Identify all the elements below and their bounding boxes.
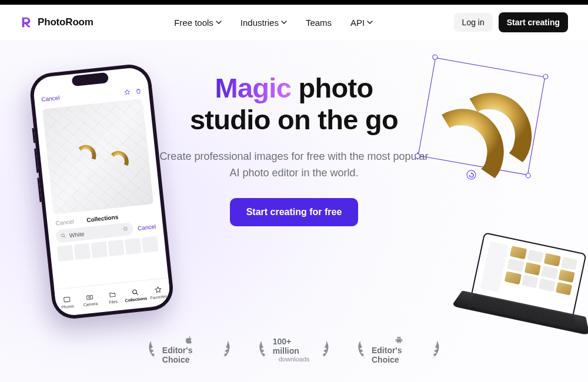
svg-point-0 (61, 234, 64, 237)
badge-downloads: 100+ million downloads (258, 337, 330, 363)
laptop-sidebar (480, 241, 509, 292)
apple-icon (185, 336, 193, 344)
phone-search-cancel: Cancel (137, 223, 156, 231)
laurel-left-icon (258, 339, 269, 361)
chevron-down-icon (367, 19, 373, 25)
brand-name: PhotoRoom (38, 16, 93, 28)
phone-nav-files: Files (100, 283, 125, 311)
badge-android-editors-choice: Editor's Choice (356, 336, 441, 364)
phone-tab-cancel: Cancel (55, 218, 74, 226)
phone-nav-collections: Collections (123, 280, 148, 309)
phone-search-value: White (69, 230, 85, 239)
phone-tab-collections: Collections (86, 213, 119, 223)
badge-label: Editor's Choice (162, 346, 216, 364)
chevron-down-icon (281, 19, 287, 25)
phone-cancel-link: Cancel (41, 94, 60, 102)
nav-teams[interactable]: Teams (306, 18, 332, 28)
subhead-line-b: AI photo editor in the world. (229, 167, 358, 179)
login-button[interactable]: Log in (454, 13, 493, 32)
brand[interactable]: PhotoRoom (20, 16, 93, 29)
hero-cta-button[interactable]: Start creating for free (230, 198, 359, 226)
signup-button[interactable]: Start creating (499, 12, 568, 32)
headline-rest-b: studio on the go (190, 104, 398, 135)
laurel-left-icon (147, 339, 159, 361)
svg-point-4 (89, 296, 91, 299)
selection-handles (418, 58, 546, 175)
nav-api[interactable]: API (350, 18, 373, 28)
phone-nav-camera: Camera (77, 285, 102, 314)
badge-top-text: 100+ million (273, 337, 316, 356)
android-icon (395, 336, 403, 344)
nav-free-tools[interactable]: Free tools (174, 18, 222, 28)
badge-bottom-text: downloads (279, 356, 310, 363)
earring-right-icon (103, 146, 133, 176)
laurel-right-icon (220, 339, 232, 361)
earring-large-right-icon (399, 90, 527, 207)
laurel-right-icon (319, 339, 330, 361)
earring-left-icon (71, 140, 101, 170)
logo-icon (20, 16, 33, 29)
badges-row: Editor's Choice 100+ million downloads E… (147, 336, 441, 364)
laurel-left-icon (356, 339, 368, 361)
clear-icon (122, 226, 129, 233)
chevron-down-icon (216, 19, 222, 25)
top-dark-band (0, 0, 588, 5)
primary-nav: Free tools Industries Teams API (174, 18, 373, 28)
subhead-line-a: Create professional images for free with… (159, 150, 428, 162)
nav-item-label: API (350, 18, 365, 28)
phone-bottom-nav: Photos Camera Files Collections Favorite… (54, 277, 171, 316)
site-header: PhotoRoom Free tools Industries Teams AP… (0, 5, 588, 40)
phone-canvas-image (42, 99, 153, 215)
phone-mockup: Cancel (28, 62, 175, 320)
nav-item-label: Free tools (174, 18, 213, 28)
hero-section: Magic photo studio on the go Create prof… (0, 40, 588, 382)
nav-item-label: Teams (306, 18, 332, 28)
search-icon (60, 233, 66, 239)
svg-rect-2 (64, 297, 69, 302)
star-icon (123, 87, 131, 94)
svg-rect-3 (86, 295, 92, 299)
laptop-thumbnails (505, 246, 577, 295)
laptop-mockup (456, 230, 588, 346)
svg-point-5 (132, 289, 136, 293)
headline-rest-a: photo (291, 72, 373, 103)
nav-item-label: Industries (240, 18, 279, 28)
badge-apple-editors-choice: Editor's Choice (147, 336, 232, 364)
resize-handle-icon (543, 73, 549, 79)
nav-industries[interactable]: Industries (240, 18, 287, 28)
headline-accent-word: Magic (215, 72, 291, 103)
auth-buttons: Log in Start creating (454, 12, 568, 32)
laurel-right-icon (429, 339, 441, 361)
bag-icon (135, 86, 142, 93)
badge-label: Editor's Choice (372, 346, 426, 364)
